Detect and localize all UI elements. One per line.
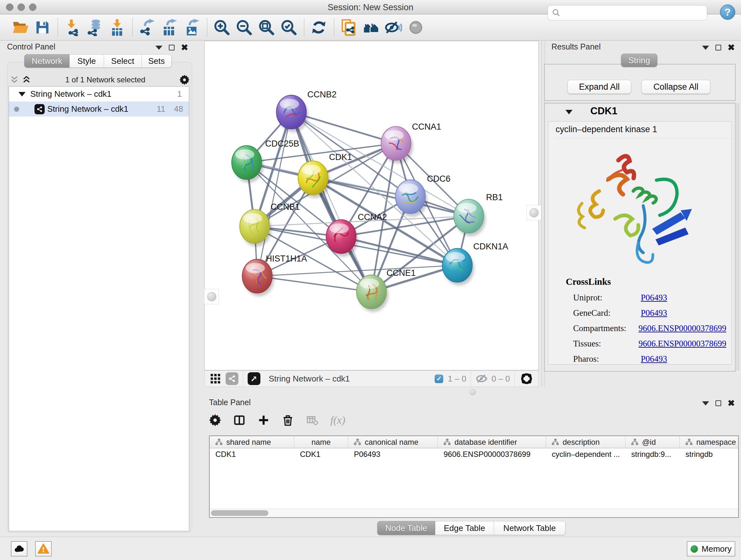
delete-column-trash-icon[interactable]	[282, 414, 294, 426]
tab-network-table[interactable]: Network Table	[494, 521, 565, 535]
export-image-icon[interactable]	[183, 18, 201, 37]
export-network-icon[interactable]	[138, 18, 156, 37]
tab-select[interactable]: Select	[104, 54, 142, 68]
node-label-CCNA2: CCNA2	[358, 212, 387, 222]
warnings-button[interactable]	[35, 541, 52, 557]
column-header-shared-name[interactable]: shared name	[210, 436, 294, 448]
zoom-in-icon[interactable]	[212, 18, 231, 37]
panel-menu-icon[interactable]	[702, 401, 709, 406]
memory-button[interactable]: Memory	[687, 541, 735, 557]
scrollbar-thumb[interactable]	[211, 510, 268, 516]
entry-gene-name: CDK1	[590, 105, 617, 117]
results-scrollbar[interactable]	[737, 104, 739, 370]
cloud-status-button[interactable]	[11, 541, 27, 557]
horizontal-splitter-handle[interactable]	[470, 389, 476, 395]
collapse-all-icon[interactable]	[10, 75, 19, 84]
panel-float-icon[interactable]	[716, 45, 721, 51]
help-button[interactable]: ?	[720, 4, 735, 20]
table-horizontal-scrollbar[interactable]	[210, 509, 738, 517]
network-node-count: 11	[157, 104, 165, 114]
network-row-selected[interactable]: String Network – cdk1 11 48	[9, 102, 189, 117]
column-label: @id	[642, 438, 656, 447]
home-icon[interactable]	[362, 18, 381, 37]
import-table-icon[interactable]	[108, 18, 126, 37]
table-cell[interactable]: stringdb	[680, 448, 739, 460]
search-field[interactable]	[548, 5, 707, 20]
table-options-gear-icon[interactable]	[209, 414, 221, 426]
grid-view-icon[interactable]	[210, 373, 221, 384]
cdk1-collapse-icon[interactable]	[565, 110, 572, 114]
panel-float-icon[interactable]	[169, 45, 175, 51]
zoom-out-icon[interactable]	[235, 18, 253, 37]
tab-string[interactable]: String	[621, 54, 657, 67]
network-thumbnail-icon[interactable]	[226, 372, 239, 385]
hide-selected-eye-slash-icon[interactable]	[384, 18, 403, 37]
panel-menu-icon[interactable]	[702, 46, 709, 50]
refresh-view-icon[interactable]	[310, 18, 328, 37]
column-header-database-identifier[interactable]: database identifier	[438, 436, 546, 448]
tab-sets[interactable]: Sets	[142, 54, 172, 68]
column-header-namespace[interactable]: namespace	[680, 436, 739, 448]
node-label-RB1: RB1	[486, 192, 503, 202]
column-header-description[interactable]: description	[546, 436, 625, 448]
node-RB1[interactable]: RB1	[454, 192, 503, 236]
collection-expand-icon[interactable]	[18, 92, 25, 97]
open-view-icon[interactable]	[248, 372, 260, 385]
add-column-icon[interactable]	[258, 414, 270, 426]
crosslink-row: GeneCard:P06493	[573, 305, 726, 320]
hidden-eye-slash-icon[interactable]	[475, 372, 488, 385]
tab-edge-table[interactable]: Edge Table	[435, 521, 494, 535]
crosslink-link[interactable]: P06493	[641, 293, 667, 303]
panel-float-icon[interactable]	[716, 400, 721, 406]
table-cell[interactable]: stringdb:9...	[625, 448, 680, 460]
table-cell[interactable]: CDK1	[294, 448, 348, 460]
show-all-eye-icon[interactable]	[407, 18, 425, 37]
zoom-selected-icon[interactable]	[280, 18, 298, 37]
table-cell[interactable]: CDK1	[210, 448, 294, 460]
table-cell[interactable]: cyclin–dependent ...	[546, 448, 625, 460]
table-cell[interactable]: 9606.ENSP00000378699	[438, 448, 546, 460]
network-graph[interactable]: CCNB2CCNA1CDC25BCDK1CDC6RB1CCNB1CCNA2CDK…	[205, 41, 538, 370]
select-columns-icon[interactable]	[233, 414, 246, 426]
save-session-icon[interactable]	[33, 18, 52, 37]
column-header-name[interactable]: name	[294, 436, 348, 448]
open-file-icon[interactable]	[11, 18, 29, 37]
node-CDKN1A[interactable]: CDKN1A	[442, 242, 509, 286]
share-document-icon[interactable]	[340, 18, 358, 37]
column-header--id[interactable]: @id	[625, 436, 680, 448]
network-collection-row[interactable]: String Network – cdk1 1	[9, 86, 189, 102]
zoom-fit-icon[interactable]	[257, 18, 276, 37]
birds-eye-view-icon[interactable]	[519, 371, 534, 386]
expand-all-icon[interactable]	[22, 75, 31, 84]
selection-checkbox[interactable]: ✓	[434, 374, 443, 383]
tab-node-table[interactable]: Node Table	[377, 521, 435, 535]
tab-style[interactable]: Style	[70, 54, 104, 68]
right-splitter-handle[interactable]	[527, 205, 541, 220]
table-row[interactable]: CDK1CDK1P064939606.ENSP00000378699cyclin…	[210, 448, 738, 460]
panel-menu-icon[interactable]	[155, 46, 162, 50]
table-cell[interactable]: P06493	[348, 448, 438, 460]
collapse-all-button[interactable]: Collapse All	[642, 80, 711, 94]
import-network-from-database-icon[interactable]	[85, 18, 104, 37]
node-CDC25B[interactable]: CDC25B	[232, 139, 299, 183]
crosslink-link[interactable]: 9606.ENSP00000378699	[638, 339, 726, 349]
panel-close-icon[interactable]: ✖	[728, 399, 735, 408]
network-canvas[interactable]: CCNB2CCNA1CDC25BCDK1CDC6RB1CCNB1CCNA2CDK…	[204, 41, 539, 370]
search-input[interactable]	[564, 8, 707, 17]
expand-all-button[interactable]: Expand All	[567, 80, 631, 94]
node-CCNE1[interactable]: CCNE1	[356, 268, 416, 312]
node-CCNA1[interactable]: CCNA1	[381, 122, 441, 164]
import-network-icon[interactable]	[63, 18, 82, 37]
tab-network[interactable]: Network	[24, 54, 70, 68]
crosslink-link[interactable]: P06493	[641, 308, 667, 318]
export-table-icon[interactable]	[160, 18, 179, 37]
edge-CCNE1-CCNB2[interactable]	[291, 112, 372, 292]
column-header-canonical-name[interactable]: canonical name	[348, 436, 438, 448]
crosslink-link[interactable]: 9606.ENSP00000378699	[638, 323, 726, 333]
panel-close-icon[interactable]: ✖	[181, 44, 188, 52]
crosslink-link[interactable]: P06493	[641, 354, 667, 364]
left-splitter-handle[interactable]	[204, 289, 219, 304]
panel-close-icon[interactable]: ✖	[728, 44, 735, 52]
network-options-gear-icon[interactable]	[179, 75, 190, 85]
edge-CCNE1-HIST1H1A[interactable]	[257, 276, 372, 292]
